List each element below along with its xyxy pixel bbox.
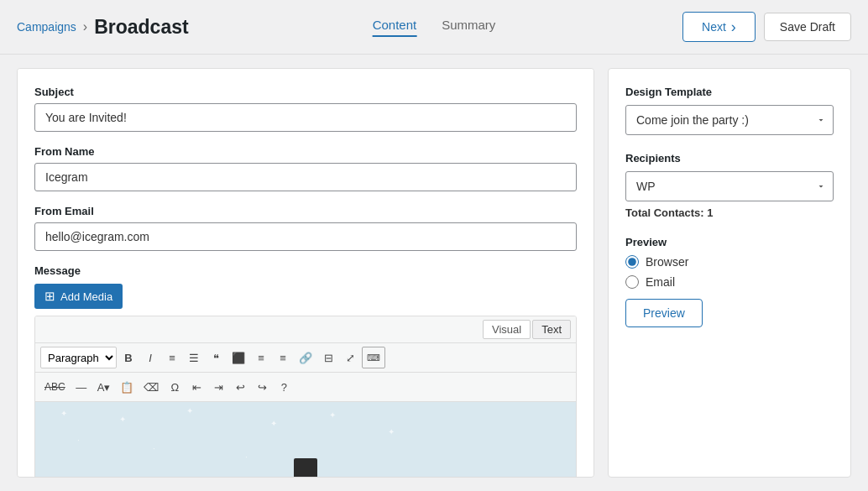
design-template-section: Design Template Come join the party :): [625, 86, 834, 135]
main-content: Subject From Name From Email Message ⊞ A…: [0, 55, 868, 491]
toolbar-undo[interactable]: ↩: [230, 376, 250, 398]
editor-tab-text[interactable]: Text: [532, 320, 571, 339]
add-media-icon: ⊞: [44, 289, 55, 304]
preview-browser-label: Browser: [646, 255, 688, 269]
editor-container: Visual Text Paragraph B I ≡ ☰ ❝ ⬛ ≡ ≡: [34, 316, 577, 478]
from-email-label: From Email: [34, 205, 577, 217]
snowflake-3: ✦: [186, 406, 193, 415]
toolbar-paste-text[interactable]: 📋: [116, 376, 138, 398]
snowflake-8: ·: [153, 444, 155, 453]
from-name-label: From Name: [34, 145, 577, 158]
tab-content[interactable]: Content: [373, 18, 417, 37]
editor-tab-bar: Visual Text: [35, 316, 576, 343]
next-button[interactable]: Next: [682, 12, 756, 42]
from-name-field-group: From Name: [34, 145, 577, 191]
preview-section: Preview Browser Email Preview: [625, 236, 834, 327]
preview-button[interactable]: Preview: [625, 299, 703, 327]
right-panel: Design Template Come join the party :) R…: [608, 68, 851, 478]
editor-tab-visual[interactable]: Visual: [483, 320, 531, 339]
toolbar-align-center[interactable]: ≡: [251, 347, 271, 368]
toolbar-special-char[interactable]: Ω: [165, 376, 185, 398]
preview-section-label: Preview: [625, 236, 834, 248]
snowflake-4: ✦: [270, 419, 277, 428]
subject-label: Subject: [34, 86, 577, 98]
add-media-button[interactable]: ⊞ Add Media: [34, 284, 123, 309]
preview-email-option[interactable]: Email: [625, 275, 834, 289]
snowman-hat: [289, 452, 322, 478]
toolbar-help[interactable]: ?: [274, 376, 294, 398]
toolbar-bold[interactable]: B: [118, 347, 139, 368]
header-left: Campaigns › Broadcast: [17, 16, 189, 39]
from-email-input[interactable]: [34, 222, 577, 251]
subject-field-group: Subject: [34, 86, 577, 132]
hat-top: [294, 458, 317, 478]
design-template-label: Design Template: [625, 86, 834, 98]
preview-email-radio[interactable]: [625, 275, 639, 289]
preview-radio-group: Browser Email: [625, 255, 834, 289]
toolbar-text-color[interactable]: A▾: [93, 376, 115, 398]
preview-browser-option[interactable]: Browser: [625, 255, 834, 269]
page-title: Broadcast: [94, 16, 188, 39]
snowflake-7: ·: [77, 436, 80, 445]
from-name-input[interactable]: [34, 163, 577, 191]
toolbar-outdent[interactable]: ⇤: [186, 376, 207, 398]
snowflake-6: ✦: [388, 427, 395, 436]
from-email-field-group: From Email: [34, 205, 577, 251]
snowflake-9: ·: [245, 452, 248, 462]
toolbar-link[interactable]: 🔗: [295, 347, 316, 368]
preview-email-label: Email: [646, 275, 675, 289]
total-contacts: Total Contacts: 1: [625, 206, 834, 219]
toolbar-horizontal-rule[interactable]: ⊟: [318, 347, 338, 368]
snowflake-2: ✦: [119, 415, 126, 424]
recipients-section: Recipients WP Total Contacts: 1: [625, 152, 834, 219]
left-panel: Subject From Name From Email Message ⊞ A…: [17, 68, 594, 478]
toolbar-redo[interactable]: ↪: [252, 376, 272, 398]
header-actions: Next Save Draft: [682, 12, 851, 42]
snowflake-1: ✦: [60, 409, 67, 418]
paragraph-select[interactable]: Paragraph: [40, 347, 117, 368]
toolbar-ordered-list[interactable]: ☰: [184, 347, 204, 368]
toolbar-clear-format[interactable]: ⌫: [139, 376, 163, 398]
subject-input[interactable]: [34, 103, 577, 132]
message-label: Message: [34, 264, 577, 277]
recipients-label: Recipients: [625, 152, 834, 165]
toolbar-indent[interactable]: ⇥: [208, 376, 228, 398]
toolbar-hr[interactable]: —: [71, 376, 92, 398]
chevron-right-icon: [731, 19, 736, 34]
toolbar-blockquote[interactable]: ❝: [206, 347, 226, 368]
toolbar-unordered-list[interactable]: ≡: [162, 347, 182, 368]
message-field-group: Message ⊞ Add Media Visual Text Paragrap…: [34, 264, 577, 478]
breadcrumb-separator: ›: [83, 19, 87, 34]
tab-summary[interactable]: Summary: [442, 18, 495, 37]
preview-browser-radio[interactable]: [625, 255, 639, 269]
editor-content: ✦ ✦ ✦ ✦ ✦ ✦ · · ·: [35, 402, 576, 478]
design-template-select[interactable]: Come join the party :): [625, 105, 834, 135]
toolbar-align-right[interactable]: ≡: [273, 347, 293, 368]
toolbar-strikethrough[interactable]: ABC: [40, 376, 70, 398]
toolbar-italic[interactable]: I: [140, 347, 160, 368]
toolbar-fullscreen[interactable]: ⤢: [340, 347, 360, 368]
toolbar-more[interactable]: ⌨: [362, 347, 385, 368]
breadcrumb-campaigns[interactable]: Campaigns: [17, 20, 76, 34]
toolbar-row-1: Paragraph B I ≡ ☰ ❝ ⬛ ≡ ≡ 🔗 ⊟ ⤢ ⌨: [35, 343, 576, 373]
snowflake-5: ✦: [329, 410, 336, 420]
toolbar-align-left[interactable]: ⬛: [227, 347, 249, 368]
header-tabs: Content Summary: [373, 18, 496, 37]
recipients-select[interactable]: WP: [625, 171, 834, 201]
header: Campaigns › Broadcast Content Summary Ne…: [0, 0, 868, 55]
save-draft-button[interactable]: Save Draft: [764, 13, 851, 41]
toolbar-row-2: ABC — A▾ 📋 ⌫ Ω ⇤ ⇥ ↩ ↪ ?: [35, 373, 576, 402]
